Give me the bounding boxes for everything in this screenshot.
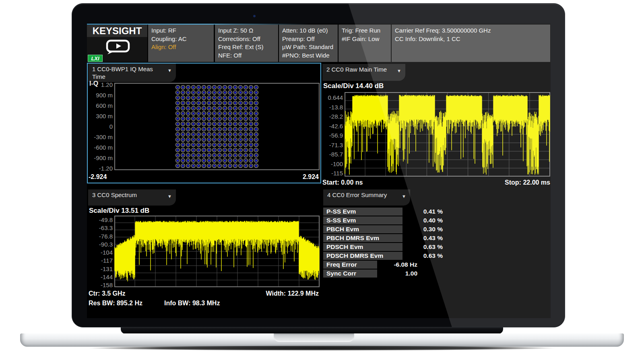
error-row-value: -6.08 Hz <box>378 261 420 269</box>
error-row-label: PBCH DMRS Evm <box>323 234 402 242</box>
panel-spectrum: 3 CC0 Spectrum ▼ Scale/Div 13.51 dB -49.… <box>87 187 321 318</box>
header-readout: Preamp: Off <box>282 35 334 43</box>
error-row-label: PDSCH DMRS Evm <box>323 252 402 260</box>
header-column-5[interactable]: Carrier Ref Freq: 3.500000000 GHzCC Info… <box>392 25 550 62</box>
y-tick-label: -131 <box>89 265 113 273</box>
error-row-value: 0.63 % <box>403 243 445 251</box>
y-tick-label: -56.9 <box>322 132 343 140</box>
dropdown-arrow-icon[interactable]: ▼ <box>167 67 172 74</box>
header-readout: Atten: 10 dB (e0) <box>282 27 334 35</box>
base-notch <box>274 333 354 342</box>
laptop-mockup: KEYSIGHT LXI Input: RFCoupling: ACAlign:… <box>0 0 644 362</box>
iq-trace-label: I-Q <box>89 80 98 87</box>
y-tick-label: -49.8 <box>89 216 113 224</box>
iq-x-max-label: 2.924 <box>228 172 319 181</box>
info-bw-label: Info BW: 98.3 MHz <box>164 298 220 308</box>
header-readout: Coupling: AC <box>151 35 211 43</box>
trace-4-title: 4 CC0 Error Summary <box>327 191 387 198</box>
trace-1-title: 1 CC0-BWP1 IQ Meas Time <box>92 66 153 80</box>
screen: KEYSIGHT LXI Input: RFCoupling: ACAlign:… <box>87 24 551 318</box>
header-readout: Input: RF <box>151 27 211 35</box>
trace-4-selector-tab[interactable]: 4 CC0 Error Summary ▼ <box>323 189 410 206</box>
y-tick-label: -115 <box>322 169 343 177</box>
y-tick-label: -63.3 <box>89 224 113 232</box>
header-readout: Freq Ref: Ext (S) <box>218 43 275 51</box>
error-row-value: 0.40 % <box>403 216 445 224</box>
y-tick-label: -42.6 <box>322 122 343 130</box>
y-tick-label: -158 <box>89 281 113 289</box>
y-tick-label: -100 <box>322 160 343 168</box>
y-tick-label: -76.8 <box>89 232 113 241</box>
dropdown-arrow-icon[interactable]: ▼ <box>397 67 401 75</box>
y-tick-label: 300 m <box>89 112 113 120</box>
header-column-3[interactable]: Atten: 10 dB (e0)Preamp: OffµW Path: Sta… <box>279 25 338 62</box>
y-tick-label: 600 m <box>89 102 113 110</box>
raw-main-time-scale-div-label: Scale/Div 14.40 dB <box>323 82 384 90</box>
center-freq-label: Ctr: 3.5 GHz <box>89 289 126 298</box>
y-tick-label: 0.644 <box>322 94 343 102</box>
laptop-base <box>20 333 624 347</box>
laptop-frame: KEYSIGHT LXI Input: RFCoupling: ACAlign:… <box>72 3 565 327</box>
error-row-label: Freq Error <box>323 261 377 269</box>
y-tick-label: -900 m <box>89 154 113 162</box>
trace-3-selector-tab[interactable]: 3 CC0 Spectrum ▼ <box>88 189 176 206</box>
error-row-label: PDSCH Evm <box>323 243 402 251</box>
floor-shadow <box>22 346 622 352</box>
raw-main-time-plot <box>345 92 550 177</box>
start-time-label: Start: 0.00 ns <box>322 178 363 187</box>
error-row-value: 0.43 % <box>403 234 445 242</box>
res-bw-label: Res BW: 895.2 Hz <box>89 298 142 308</box>
spectrum-scale-div-label: Scale/Div 13.51 dB <box>89 207 149 215</box>
header-column-2[interactable]: Input Z: 50 ΩCorrections: OffFreq Ref: E… <box>215 25 278 62</box>
y-tick-label: -117 <box>89 257 113 265</box>
dropdown-arrow-icon[interactable]: ▼ <box>402 193 406 200</box>
trace-3-title: 3 CC0 Spectrum <box>92 191 137 198</box>
header-column-1[interactable]: Input: RFCoupling: ACAlign: Off <box>148 25 214 62</box>
y-tick-label: -71.3 <box>322 141 343 149</box>
y-tick-label: -300 m <box>89 133 113 141</box>
constellation-plot <box>114 83 320 170</box>
dropdown-arrow-icon[interactable]: ▼ <box>167 193 172 200</box>
header-column-4[interactable]: Trig: Free Run#IF Gain: Low <box>339 25 391 62</box>
trace-1-selector-tab[interactable]: 1 CC0-BWP1 IQ Meas Time ▼ <box>88 64 176 82</box>
header-readout: Corrections: Off <box>218 35 275 43</box>
y-tick-label: 900 m <box>89 91 113 99</box>
y-tick-label: -28.2 <box>322 113 343 121</box>
header-readout: #PNO: Best Wide <box>282 51 334 60</box>
panel-iq-meas-time: 1 CC0-BWP1 IQ Meas Time ▼ I-Q 1.20900 m6… <box>87 63 321 183</box>
header-readout: NFE: Off <box>218 51 275 60</box>
panel-raw-main-time: 2 CC0 Raw Main Time ▼ Scale/Div 14.40 dB… <box>322 63 550 186</box>
header-readout: µW Path: Standard <box>282 43 334 51</box>
panel-error-summary: 4 CC0 Error Summary ▼ P-SS Evm0.41 %S-SS… <box>322 187 550 318</box>
y-tick-label: 0 <box>89 123 113 131</box>
y-tick-label: -1.20 <box>89 165 113 173</box>
y-tick-label: -104 <box>89 249 113 257</box>
span-width-label: Width: 122.9 MHz <box>228 289 319 298</box>
y-tick-label: -85.7 <box>322 150 343 158</box>
brand-block: KEYSIGHT LXI <box>87 25 147 62</box>
header-readout: #IF Gain: Low <box>342 35 388 43</box>
trace-2-title: 2 CC0 Raw Main Time <box>326 66 387 73</box>
y-tick-label: -144 <box>89 273 113 281</box>
y-tick-label: -90.3 <box>89 241 113 249</box>
trace-2-selector-tab[interactable]: 2 CC0 Raw Main Time ▼ <box>322 64 405 81</box>
header-readout: CC Info: Downlink, 1 CC <box>395 35 547 43</box>
y-tick-label: -13.8 <box>322 103 343 111</box>
spectrum-plot <box>114 216 320 287</box>
webcam-dot <box>253 15 256 17</box>
stop-time-label: Stop: 22.00 ms <box>450 178 550 187</box>
keysight-speech-bubble-icon <box>105 39 130 55</box>
error-row-value: 0.41 % <box>403 208 445 216</box>
iq-x-min-label: -2.924 <box>89 172 107 181</box>
y-tick-label: -600 m <box>89 144 113 152</box>
header-readout: Align: Off <box>151 43 211 51</box>
error-row-label: PBCH Evm <box>323 225 402 233</box>
error-row-value: 0.63 % <box>403 252 445 260</box>
keysight-logo-text: KEYSIGHT <box>87 25 147 37</box>
error-row-label: P-SS Evm <box>323 208 402 216</box>
error-row-value: 1.00 <box>378 269 420 278</box>
header-readout: Trig: Free Run <box>342 27 388 35</box>
header-readout: Carrier Ref Freq: 3.500000000 GHz <box>395 27 547 35</box>
error-row-value: 0.30 % <box>403 225 445 233</box>
lxi-badge: LXI <box>88 55 103 62</box>
